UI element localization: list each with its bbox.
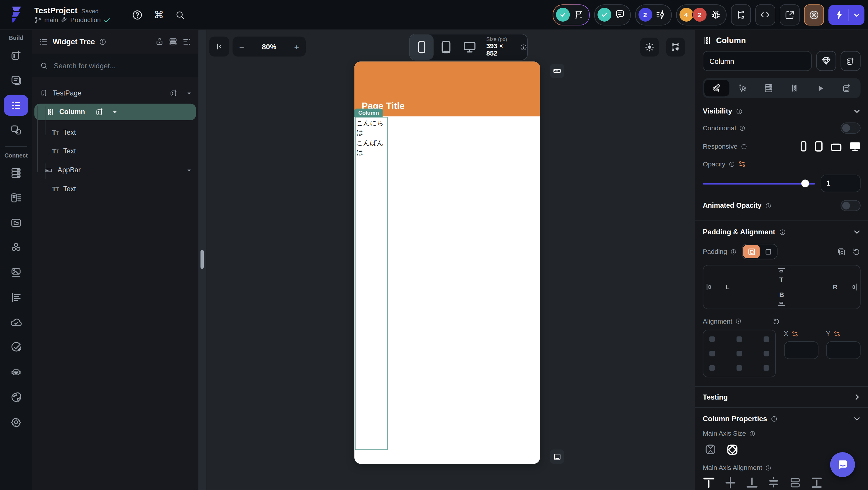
info-icon[interactable] bbox=[731, 249, 737, 255]
info-icon[interactable] bbox=[779, 228, 786, 235]
main-axis-size-min-button[interactable] bbox=[703, 441, 718, 457]
main-axis-size-max-button[interactable] bbox=[724, 441, 740, 457]
chevron-down-icon[interactable] bbox=[187, 168, 192, 173]
size-value[interactable]: 393 × 852 bbox=[487, 42, 516, 58]
align-center-button[interactable] bbox=[724, 477, 737, 489]
responsive-tablet-icon[interactable] bbox=[814, 141, 823, 152]
collapse-section-chevron-icon[interactable] bbox=[853, 108, 860, 115]
share-button[interactable] bbox=[779, 4, 800, 25]
set-from-variable-icon[interactable] bbox=[738, 160, 746, 168]
set-from-variable-icon[interactable] bbox=[833, 330, 840, 337]
space-evenly-button[interactable] bbox=[768, 477, 780, 489]
space-around-button[interactable] bbox=[789, 477, 801, 489]
command-palette-icon[interactable]: ⌘ bbox=[154, 8, 164, 21]
responsive-tablet-landscape-icon[interactable] bbox=[831, 143, 842, 152]
quick-actions-pill[interactable]: 2 bbox=[635, 4, 672, 25]
align-bottom-center[interactable] bbox=[736, 365, 742, 371]
align-top-left[interactable] bbox=[709, 336, 715, 342]
collapse-section-chevron-icon[interactable] bbox=[853, 228, 860, 235]
rail-add-widget[interactable] bbox=[4, 45, 28, 66]
add-widget-icon[interactable] bbox=[95, 108, 104, 116]
align-bottom-left[interactable] bbox=[709, 365, 715, 371]
run-options-chevron-icon[interactable] bbox=[853, 11, 860, 18]
zoom-in-button[interactable]: + bbox=[294, 42, 299, 51]
set-from-variable-icon[interactable] bbox=[791, 330, 798, 337]
align-end-button[interactable] bbox=[746, 477, 758, 489]
lock-icon[interactable] bbox=[155, 37, 164, 46]
canvas-settings-button[interactable] bbox=[666, 38, 685, 57]
info-icon[interactable] bbox=[766, 465, 772, 471]
rail-components[interactable] bbox=[4, 120, 28, 141]
align-center-right[interactable] bbox=[764, 351, 769, 356]
issues-pill[interactable]: 4 2 bbox=[676, 4, 726, 25]
padding-bottom-value[interactable]: B bbox=[779, 291, 784, 298]
alignment-x-input[interactable] bbox=[784, 341, 818, 359]
opacity-input[interactable] bbox=[820, 175, 860, 193]
info-icon[interactable] bbox=[728, 161, 735, 167]
panel-resize-handle[interactable] bbox=[200, 250, 204, 269]
conditional-toggle[interactable] bbox=[840, 122, 860, 134]
theme-style-button[interactable] bbox=[816, 51, 836, 71]
branch-button[interactable] bbox=[731, 4, 751, 25]
align-top-center[interactable] bbox=[736, 336, 742, 342]
add-widget-icon[interactable] bbox=[169, 89, 178, 97]
tree-node-testpage[interactable]: TestPage bbox=[32, 85, 198, 102]
space-between-button[interactable] bbox=[811, 477, 823, 489]
wrap-widget-button[interactable] bbox=[840, 51, 860, 71]
padding-all-mode-button[interactable] bbox=[760, 245, 776, 258]
canvas-area[interactable]: − 80% + Size (px) 393 × 852 bbox=[207, 29, 695, 490]
responsive-phone-icon[interactable] bbox=[800, 141, 807, 152]
code-button[interactable] bbox=[755, 4, 775, 25]
rail-tests[interactable] bbox=[4, 337, 28, 358]
device-tablet-button[interactable] bbox=[434, 34, 458, 60]
tree-node-column-selected[interactable]: Column bbox=[34, 104, 196, 120]
flutterflow-logo[interactable] bbox=[0, 6, 32, 24]
device-desktop-button[interactable] bbox=[458, 34, 482, 60]
rail-settings[interactable] bbox=[4, 412, 28, 433]
info-icon[interactable] bbox=[741, 143, 747, 149]
info-icon[interactable] bbox=[771, 415, 778, 422]
info-icon[interactable] bbox=[736, 108, 743, 115]
zoom-out-button[interactable]: − bbox=[239, 42, 244, 51]
tab-backend[interactable] bbox=[756, 80, 781, 96]
alignment-y-input[interactable] bbox=[826, 341, 860, 359]
reset-alignment-icon[interactable] bbox=[772, 317, 780, 325]
environment-name[interactable]: Production bbox=[70, 17, 101, 23]
tree-node-appbar[interactable]: AppBar bbox=[32, 162, 198, 178]
rail-integrations[interactable] bbox=[4, 237, 28, 258]
rail-ai-agents[interactable] bbox=[4, 362, 28, 383]
info-icon[interactable] bbox=[739, 125, 745, 131]
tab-animations[interactable] bbox=[808, 80, 833, 96]
chevron-down-icon[interactable] bbox=[187, 91, 192, 96]
copy-padding-icon[interactable] bbox=[836, 247, 846, 256]
sort-tree-icon[interactable] bbox=[182, 37, 192, 47]
rail-data-types[interactable] bbox=[4, 188, 28, 208]
rail-deploy[interactable] bbox=[4, 312, 28, 333]
device-phone-button[interactable] bbox=[410, 34, 434, 60]
comments-pill[interactable] bbox=[594, 4, 630, 25]
support-chat-button[interactable] bbox=[830, 452, 855, 477]
tree-node-text-3[interactable]: TT Text bbox=[32, 180, 198, 197]
help-icon[interactable] bbox=[132, 9, 143, 20]
rail-widget-tree[interactable] bbox=[4, 95, 28, 116]
widget-name-input[interactable] bbox=[703, 51, 811, 71]
tab-documentation[interactable] bbox=[834, 80, 859, 96]
align-center[interactable] bbox=[736, 351, 742, 356]
info-icon[interactable] bbox=[736, 318, 742, 324]
animated-opacity-toggle[interactable] bbox=[840, 200, 860, 211]
info-icon[interactable] bbox=[99, 38, 106, 45]
info-icon[interactable] bbox=[749, 430, 755, 436]
navbar-toggle-button[interactable] bbox=[550, 450, 564, 464]
text-widget-2[interactable]: こんばんは bbox=[355, 138, 387, 157]
phone-preview[interactable]: Page Title Column こんにちは こんばんは bbox=[354, 61, 540, 464]
rail-custom-functions[interactable] bbox=[4, 287, 28, 308]
padding-top-value[interactable]: T bbox=[779, 276, 783, 284]
info-icon[interactable] bbox=[520, 44, 527, 51]
preview-button[interactable] bbox=[804, 4, 824, 25]
tree-node-text-1[interactable]: TT Text bbox=[32, 124, 198, 141]
tab-properties[interactable] bbox=[704, 80, 729, 96]
padding-individual-mode-button[interactable] bbox=[743, 245, 760, 258]
branch-name[interactable]: main bbox=[44, 17, 58, 23]
collapse-section-chevron-icon[interactable] bbox=[853, 415, 860, 422]
reset-padding-icon[interactable] bbox=[851, 247, 860, 256]
